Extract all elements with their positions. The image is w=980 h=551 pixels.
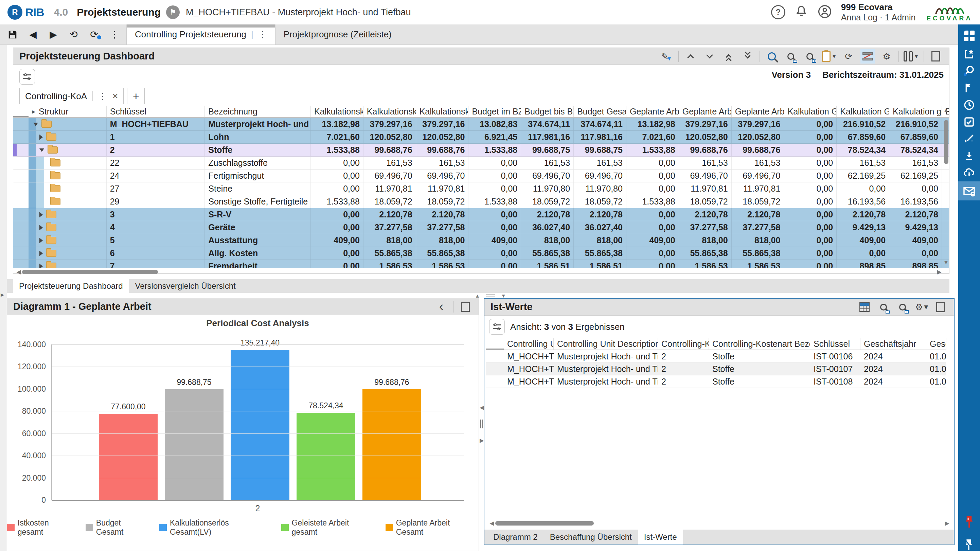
edit-filter-icon[interactable]: ✎▼ xyxy=(659,49,674,64)
collapsed-icon[interactable] xyxy=(40,225,43,230)
grid-header-cell[interactable]: Kalkulation geleiste xyxy=(889,106,942,117)
table-row[interactable]: M_HOCH+TIEF...Musterprojekt Hoch- und Ti… xyxy=(486,375,947,388)
table-view-icon[interactable] xyxy=(858,300,872,314)
splitter-handle-icon[interactable] xyxy=(480,420,483,428)
grid-vertical-scrollbar[interactable]: ▲ ▼ xyxy=(943,107,949,266)
collapsed-icon[interactable] xyxy=(40,251,43,256)
maximize-panel-icon[interactable] xyxy=(929,49,943,64)
legend-item[interactable]: Geleistete Arbeit gesamt xyxy=(281,518,376,537)
search-record-icon[interactable] xyxy=(877,300,891,314)
grid-header-cell[interactable]: Geplante Arbeit Ge xyxy=(732,106,784,117)
koa-tab-close-icon[interactable]: × xyxy=(113,91,118,102)
tab-projektprognose[interactable]: Projektprognose (Zeitleiste) xyxy=(275,24,400,45)
collapsed-icon[interactable] xyxy=(40,212,43,217)
legend-item[interactable]: Budget Gesamt xyxy=(86,518,150,537)
help-icon[interactable]: ? xyxy=(771,5,785,19)
ist-header-cell[interactable]: Geschäftsjahr xyxy=(861,338,926,350)
download-icon[interactable] xyxy=(958,147,980,164)
koa-tab-menu-icon[interactable]: ⋮ xyxy=(98,91,107,102)
column-expander-icon[interactable]: ▸ xyxy=(32,107,35,116)
search-column-icon[interactable] xyxy=(803,49,817,64)
scroll-up-icon[interactable]: ▲ xyxy=(943,107,950,114)
expanded-icon[interactable] xyxy=(40,148,44,152)
legend-item[interactable]: Istkosten gesamt xyxy=(7,518,76,537)
dashboard-grid-icon[interactable] xyxy=(958,24,980,46)
chart-bar[interactable]: 78.524,34 xyxy=(296,413,355,500)
maximize-panel-icon[interactable] xyxy=(458,299,473,314)
scroll-left-icon[interactable]: ◀ xyxy=(15,268,22,276)
search-column-icon[interactable] xyxy=(896,300,910,314)
move-up-icon[interactable] xyxy=(684,49,698,64)
zoom-search-icon[interactable] xyxy=(765,49,779,64)
grid-header-cell[interactable]: Kalkulation Geleist xyxy=(837,106,889,117)
collapsed-icon[interactable] xyxy=(40,238,43,243)
tab-beschaffung-übersicht[interactable]: Beschaffung Übersicht xyxy=(544,530,638,545)
maximize-panel-icon[interactable] xyxy=(934,300,948,314)
chart-bar[interactable]: 99.688,76 xyxy=(363,389,421,500)
grid-header-cell[interactable]: Geplante Arbeit bis xyxy=(679,106,732,117)
left-panel-expander-icon[interactable]: ▸ xyxy=(1,290,4,299)
mail-icon[interactable] xyxy=(958,182,980,201)
user-account-icon[interactable] xyxy=(817,4,832,21)
add-view-tab-button[interactable]: + xyxy=(127,88,145,104)
pinned-red-pin-icon[interactable] xyxy=(963,514,975,531)
grid-header-cell[interactable]: Kalkulationskosten xyxy=(311,106,363,117)
settings-gear-icon[interactable]: ⚙ xyxy=(880,49,894,64)
expanded-icon[interactable] xyxy=(33,123,38,126)
search-sidebar-icon[interactable] xyxy=(958,62,980,80)
table-row[interactable]: 24Fertigmischgut0,0069.496,7069.496,700,… xyxy=(13,169,949,182)
grid-header-cell[interactable]: Budget im BZ xyxy=(468,106,521,117)
table-row[interactable]: 1Lohn7.021,60120.052,80120.052,806.921,4… xyxy=(13,131,949,144)
grid-header-cell[interactable]: Budget bis BZ xyxy=(521,106,574,117)
sync-icon[interactable]: ⟲ xyxy=(68,29,79,40)
vertical-splitter[interactable]: ◀ ▶ xyxy=(480,404,484,444)
tab-versionsvergleich[interactable]: Versionsvergleich Übersicht xyxy=(129,279,242,293)
chart-bar[interactable]: 99.688,75 xyxy=(165,389,224,500)
navigate-back-icon[interactable]: ◀ xyxy=(28,29,38,40)
grid-header-cell[interactable]: Kalkulationskosten xyxy=(416,106,469,117)
refresh-view-icon[interactable]: ⟳ xyxy=(842,49,856,64)
table-row[interactable]: M_HOCH+TIEFBAUMusterprojekt Hoch- und Ti… xyxy=(13,118,949,131)
ist-filter-button[interactable] xyxy=(489,319,505,334)
tab-projektsteuerung-dashboard[interactable]: Projektsteuerung Dashboard xyxy=(13,279,129,293)
move-bottom-icon[interactable] xyxy=(741,49,755,64)
compare-versions-icon[interactable] xyxy=(861,49,875,64)
grid-header-cell[interactable]: Kalkulation Geleist xyxy=(784,106,837,117)
clipboard-icon[interactable]: ▼ xyxy=(822,49,837,64)
unpin-icon[interactable] xyxy=(963,538,975,551)
grid-header-cell[interactable]: ▸Struktur xyxy=(29,106,107,117)
scroll-right-icon[interactable]: ▶ xyxy=(943,520,950,527)
tab-controlling-projektsteuerung[interactable]: Controlling Projektsteuerung | ⋮ xyxy=(126,24,275,45)
grid-filter-button[interactable] xyxy=(19,69,35,84)
grid-header-cell[interactable]: Budget Gesamt xyxy=(574,106,626,117)
splitter-handle-icon[interactable] xyxy=(486,295,495,297)
table-row[interactable]: 4Geräte0,0037.277,5837.277,580,0036.027,… xyxy=(13,221,949,234)
ist-horizontal-scrollbar[interactable]: ◀ ▶ xyxy=(488,519,950,527)
grid-header-cell[interactable]: Schlüssel xyxy=(107,106,205,117)
legend-item[interactable]: Geplante Arbeit Gesamt xyxy=(385,518,479,537)
scrollbar-thumb[interactable] xyxy=(22,270,158,274)
chart-bar[interactable]: 77.600,00 xyxy=(99,414,158,500)
save-icon[interactable] xyxy=(8,30,18,40)
cloud-download-icon[interactable] xyxy=(958,164,980,182)
flag-icon[interactable] xyxy=(958,80,980,97)
legend-item[interactable]: Kalkulationserlös Gesamt(LV) xyxy=(159,518,272,537)
splitter-collapse-right-icon[interactable]: ▶ xyxy=(480,437,484,444)
scrollbar-thumb[interactable] xyxy=(495,521,594,526)
table-row[interactable]: 27Steine0,0011.970,8111.970,810,0011.970… xyxy=(13,182,949,195)
tab-ist-werte[interactable]: Ist-Werte xyxy=(638,530,683,545)
collapse-panel-icon[interactable]: ‹ xyxy=(434,299,449,314)
ist-header-cell[interactable]: Geschäft xyxy=(926,338,947,350)
grid-horizontal-scrollbar[interactable]: ◀ ▶ xyxy=(15,268,943,276)
move-top-icon[interactable] xyxy=(722,49,736,64)
ist-header-cell[interactable]: Controlling Unit Co xyxy=(504,338,554,350)
navigate-forward-icon[interactable]: ▶ xyxy=(48,29,59,40)
table-row[interactable]: 3S-R-V0,002.120,782.120,780,002.120,782.… xyxy=(13,208,949,221)
share-favorites-icon[interactable] xyxy=(958,46,980,62)
table-row[interactable]: M_HOCH+TIEF...Musterprojekt Hoch- und Ti… xyxy=(486,363,947,375)
table-row[interactable]: 7Fremdarbeit0,001.586,531.586,530,001.58… xyxy=(13,260,949,268)
table-row[interactable]: M_HOCH+TIEF...Musterprojekt Hoch- und Ti… xyxy=(486,350,947,363)
toolbar-more-icon[interactable]: ⋮ xyxy=(110,29,119,40)
search-record-icon[interactable] xyxy=(784,49,798,64)
table-row[interactable]: 6Allg. Kosten0,0055.865,3855.865,380,005… xyxy=(13,247,949,260)
